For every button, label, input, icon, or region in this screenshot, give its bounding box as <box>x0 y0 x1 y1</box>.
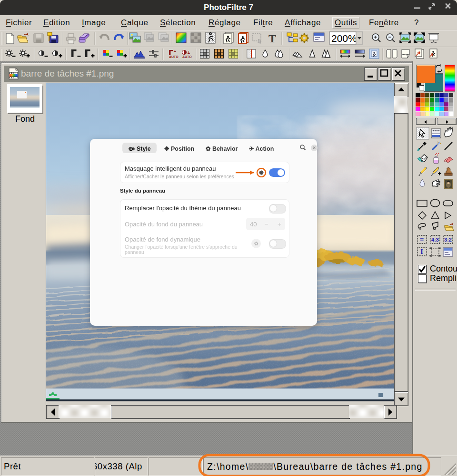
svg-text:±: ± <box>188 50 190 55</box>
svg-text:4:3: 4:3 <box>431 237 439 243</box>
svg-text:3:2: 3:2 <box>444 237 452 243</box>
svg-text:AUTO: AUTO <box>182 55 192 58</box>
svg-text:AUTO: AUTO <box>169 55 179 58</box>
svg-text:=: = <box>420 235 424 243</box>
svg-text:T: T <box>268 32 276 45</box>
svg-text:±: ± <box>174 49 176 54</box>
svg-text:I: I <box>420 248 423 255</box>
svg-text:200%: 200% <box>331 33 357 44</box>
